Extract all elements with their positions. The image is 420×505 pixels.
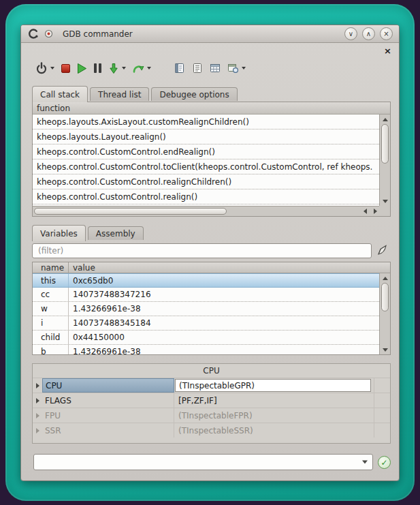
- watch-icon: [227, 63, 239, 74]
- variable-name: child: [33, 331, 69, 344]
- step-over-button[interactable]: [133, 63, 151, 74]
- scroll-up-button[interactable]: [380, 115, 390, 123]
- cpu-row[interactable]: FPU (TInspectableFPR): [33, 408, 390, 423]
- vscroll-thumb[interactable]: [381, 124, 389, 164]
- expand-arrow-icon[interactable]: [33, 408, 42, 423]
- dock-close-button[interactable]: ×: [384, 46, 391, 55]
- call-stack-header[interactable]: function: [33, 102, 390, 114]
- expand-arrow-icon[interactable]: [33, 393, 42, 408]
- arrow-right-icon[interactable]: [374, 209, 377, 214]
- tab-label: Variables: [40, 229, 78, 239]
- minimize-button[interactable]: ∨: [344, 27, 357, 40]
- frame-text: kheops.layouts.AxisLayout.customRealignC…: [37, 117, 249, 127]
- variable-value: 1.43266961e-38: [69, 345, 379, 354]
- call-stack-row[interactable]: kheops.control.CustomControl.realignChil…: [33, 174, 379, 189]
- expand-arrow-icon[interactable]: [33, 423, 42, 438]
- variable-name: i: [33, 316, 69, 330]
- variable-name: b: [33, 345, 69, 354]
- column-label: function: [37, 104, 70, 113]
- call-stack-row[interactable]: kheops.control.CustomControl.realign(): [33, 189, 379, 204]
- maximize-icon: ∧: [366, 31, 371, 37]
- vscroll-thumb[interactable]: [381, 283, 389, 311]
- tab-label: Call stack: [40, 90, 80, 100]
- cpu-inspector-panel: CPU CPU (TInspectableGPR) FLAGS [PF,ZF,I…: [32, 363, 391, 444]
- titlebar[interactable]: GDB commander ∨ ∧ ×: [21, 25, 399, 43]
- app-icon: [28, 28, 39, 40]
- watch-button[interactable]: [227, 63, 246, 74]
- combo-chevron-icon: [362, 461, 368, 464]
- cpu-row[interactable]: SSR (TInspectableSSR): [33, 423, 390, 438]
- scroll-down-button[interactable]: [380, 197, 390, 205]
- call-stack-panel: function kheops.layouts.AxisLayout.custo…: [32, 102, 391, 217]
- variable-name: this: [33, 274, 69, 287]
- screenshot-stage: GDB commander ∨ ∧ × ×: [0, 0, 420, 505]
- messages-button[interactable]: [192, 63, 203, 74]
- confirm-button[interactable]: ✓: [378, 456, 391, 469]
- memory-icon: [210, 63, 221, 74]
- cpu-row[interactable]: FLAGS [PF,ZF,IF]: [33, 393, 390, 408]
- editor-icon: [174, 63, 185, 74]
- call-stack-row[interactable]: kheops.control.CustomControl.toClient(kh…: [33, 159, 379, 174]
- window-title: GDB commander: [63, 29, 133, 39]
- variable-row[interactable]: b 1.43266961e-38: [33, 345, 379, 354]
- step-into-button[interactable]: [108, 63, 126, 74]
- value-editbox[interactable]: (TInspectableGPR): [175, 379, 371, 392]
- arrow-left-icon[interactable]: [364, 209, 367, 214]
- variable-value: 140737488345184: [69, 316, 379, 330]
- scroll-down-button[interactable]: [380, 346, 390, 354]
- horizontal-scrollbar[interactable]: [33, 206, 379, 216]
- close-icon: ×: [383, 31, 389, 37]
- variable-value: 1.43266961e-38: [69, 302, 379, 316]
- call-stack-row[interactable]: kheops.layouts.Layout.realign(): [33, 129, 379, 144]
- variable-row[interactable]: cc 140737488347216: [33, 288, 379, 302]
- stop-button[interactable]: [61, 64, 70, 73]
- debug-toolbar: [35, 58, 253, 78]
- variable-row[interactable]: w 1.43266961e-38: [33, 302, 379, 316]
- variables-panel: name value this 0xc65db0 cc 140737488347…: [32, 262, 391, 355]
- variables-list: this 0xc65db0 cc 140737488347216 w 1.432…: [33, 273, 379, 354]
- pause-icon: [94, 63, 101, 73]
- variable-row[interactable]: this 0xc65db0: [33, 273, 379, 288]
- step-over-icon: [133, 63, 144, 74]
- frame-text: kheops.layouts.Layout.realign(): [37, 132, 166, 142]
- column-value-header[interactable]: value: [69, 262, 390, 273]
- variable-value: 0x44150000: [69, 331, 379, 344]
- tab-assembly[interactable]: Assembly: [88, 226, 144, 240]
- expand-arrow-icon[interactable]: [33, 378, 42, 393]
- maximize-button[interactable]: ∧: [362, 27, 375, 40]
- register-group-name: CPU: [42, 378, 174, 393]
- variable-row[interactable]: child 0x44150000: [33, 331, 379, 345]
- tab-variables[interactable]: Variables: [32, 225, 86, 241]
- filter-input[interactable]: [37, 245, 367, 256]
- filter-options-button[interactable]: [375, 243, 389, 258]
- dock-close-icon: ×: [384, 46, 391, 56]
- scroll-up-button[interactable]: [380, 274, 390, 282]
- run-button[interactable]: [77, 63, 87, 74]
- column-name-header[interactable]: name: [33, 262, 69, 273]
- tab-label: Assembly: [96, 229, 135, 239]
- command-combobox[interactable]: [33, 454, 373, 470]
- arrow-up-icon: [383, 118, 388, 121]
- variable-name: w: [33, 302, 69, 316]
- hscroll-thumb[interactable]: [34, 208, 227, 215]
- vertical-scrollbar[interactable]: [379, 273, 390, 354]
- register-group-value: (TInspectableSSR): [174, 423, 374, 438]
- editor-button[interactable]: [174, 63, 185, 74]
- memory-button[interactable]: [210, 63, 221, 74]
- pause-button[interactable]: [94, 63, 101, 73]
- variable-value: 0xc65db0: [69, 274, 379, 287]
- call-stack-row[interactable]: kheops.control.CustomControl.endRealign(…: [33, 144, 379, 159]
- vertical-scrollbar[interactable]: [379, 114, 390, 206]
- tab-debugee-options[interactable]: Debugee options: [151, 87, 237, 101]
- cpu-row[interactable]: CPU (TInspectableGPR): [33, 378, 390, 393]
- tab-call-stack[interactable]: Call stack: [32, 86, 88, 102]
- close-button[interactable]: ×: [380, 27, 393, 40]
- variable-row[interactable]: i 140737488345184: [33, 316, 379, 331]
- tab-thread-list[interactable]: Thread list: [90, 87, 149, 101]
- menu-chevron-icon: [122, 67, 126, 70]
- register-group-value: [PF,ZF,IF]: [174, 393, 374, 408]
- filter-field[interactable]: [32, 243, 372, 258]
- power-button[interactable]: [35, 62, 54, 74]
- call-stack-row[interactable]: kheops.layouts.AxisLayout.customRealignC…: [33, 114, 379, 129]
- arrow-down-icon: [383, 348, 388, 352]
